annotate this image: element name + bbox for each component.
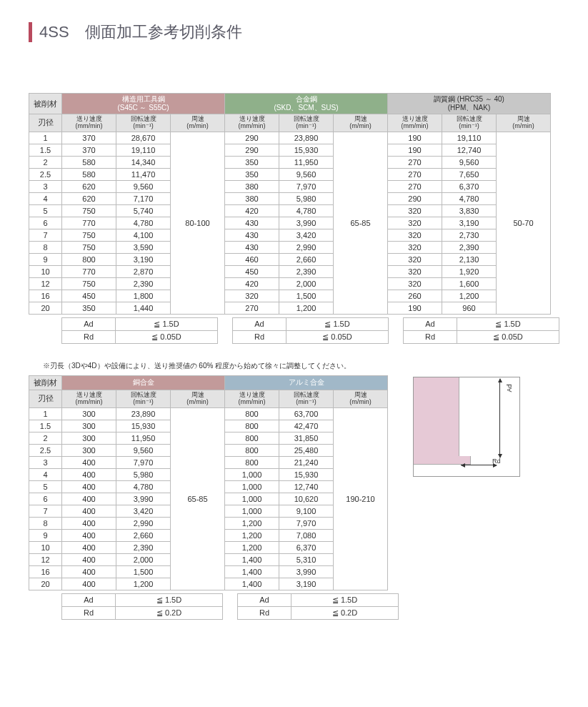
table-cell: 1,200: [442, 290, 497, 302]
diagram-label-rd: Rd: [492, 458, 501, 465]
table-cell: 400: [62, 505, 116, 517]
table-cell: 350: [225, 168, 279, 180]
table-cell: 260: [388, 290, 442, 302]
table-cell: 750: [62, 204, 116, 217]
limits-2a: Ad≦ 1.5D Rd≦ 0.2D: [61, 593, 223, 620]
table-cell: 770: [62, 265, 116, 277]
lbl-rd: Rd: [233, 330, 286, 343]
table-cell: 63,700: [279, 407, 334, 420]
table-cell: 12: [29, 277, 62, 290]
table-cell: 1,000: [225, 493, 279, 505]
table-cell: 350: [62, 302, 116, 314]
table-cell: 400: [62, 553, 116, 565]
table-cell: 800: [225, 444, 279, 456]
table-cell: 1,200: [225, 541, 279, 553]
table-cell: 750: [62, 277, 116, 290]
table-row: 67704,7804303,9903203,190: [29, 217, 551, 229]
table-cell: 15,930: [279, 468, 334, 480]
table-cell: 16: [29, 290, 62, 302]
grp1-1: 合金鋼(SKD、SCM、SUS): [225, 94, 388, 114]
table-cell: 9: [29, 529, 62, 541]
table-cell: 3,990: [279, 217, 334, 229]
lbl-ad: Ad: [62, 593, 116, 606]
table-cell: 2,390: [116, 277, 171, 290]
table-cell: 320: [388, 277, 442, 290]
table-cell: 320: [388, 229, 442, 241]
hdr-feed-c: 送り速度(mm/min): [388, 114, 442, 132]
table-cell: 320: [388, 217, 442, 229]
table-cell: 11,470: [116, 168, 171, 180]
table-cell: 50-70: [497, 132, 551, 314]
table-cell: 2,390: [442, 241, 497, 253]
table-cell: 7,970: [116, 456, 171, 468]
hdr-speed-2a: 周速(m/min): [171, 390, 225, 407]
table-cell: 1,200: [279, 302, 334, 314]
table-cell: 400: [62, 578, 116, 590]
table-row: 36209,5603807,9702706,370: [29, 180, 551, 192]
lbl-rd: Rd: [238, 606, 291, 619]
table-cell: 23,890: [116, 407, 171, 420]
table-cell: 800: [225, 432, 279, 444]
hdr-feed-a: 送り速度(mm/min): [62, 114, 116, 132]
table-cell: 2: [29, 156, 62, 168]
hdr-speed-b: 周速(m/min): [334, 114, 388, 132]
val-ad-1a: ≦ 1.5D: [116, 317, 218, 330]
table-cell: 2,390: [116, 541, 171, 553]
table-cell: 7,080: [279, 529, 334, 541]
table-cell: 400: [62, 480, 116, 493]
val-rd-1c: ≦ 0.05D: [457, 330, 559, 343]
table-row: 57505,7404204,7803203,830: [29, 204, 551, 217]
table-cell: 320: [388, 265, 442, 277]
table-cell: 2,660: [116, 529, 171, 541]
table-cell: 2: [29, 432, 62, 444]
table-cell: 19,110: [442, 132, 497, 144]
val-rd-1a: ≦ 0.05D: [116, 330, 218, 343]
table-cell: 1,000: [225, 468, 279, 480]
table-cell: 16: [29, 565, 62, 578]
ad-rd-diagram: Ad Rd: [413, 377, 520, 477]
lbl-ad: Ad: [62, 317, 116, 330]
table-cell: 4,100: [116, 229, 171, 241]
table-cell: 3,190: [442, 217, 497, 229]
grp2-1: アルミ合金: [225, 375, 388, 390]
table-cell: 270: [388, 168, 442, 180]
table-cell: 23,890: [279, 132, 334, 144]
table-cell: 1,800: [116, 290, 171, 302]
table-cell: 400: [62, 565, 116, 578]
table-cell: 620: [62, 180, 116, 192]
page-title-wrap: 4SS 側面加工参考切削条件: [29, 21, 559, 43]
table-cell: 2,990: [116, 517, 171, 529]
table-cell: 10: [29, 265, 62, 277]
accent-bar: [29, 22, 32, 42]
table-cell: 7,970: [279, 180, 334, 192]
table-cell: 800: [62, 253, 116, 265]
page-title: 4SS 側面加工参考切削条件: [39, 21, 242, 43]
table-cell: 7,650: [442, 168, 497, 180]
table-cell: 1,400: [225, 553, 279, 565]
table-row: 137028,67080-10029023,89065-8519019,1105…: [29, 132, 551, 144]
table-cell: 8: [29, 241, 62, 253]
table-row: 77504,1004303,4203202,730: [29, 229, 551, 241]
hdr-speed-c: 周速(m/min): [497, 114, 551, 132]
table-cell: 20: [29, 302, 62, 314]
table-cell: 20: [29, 578, 62, 590]
table-cell: 3: [29, 180, 62, 192]
table-cell: 450: [225, 265, 279, 277]
table-cell: 7,170: [116, 192, 171, 204]
table-cell: 1,500: [279, 290, 334, 302]
table-cell: 2,870: [116, 265, 171, 277]
table-cell: 320: [388, 204, 442, 217]
grp1-2: 調質鋼 (HRC35 ～ 40)(HPM、NAK): [388, 94, 551, 114]
cutting-table-2: 被削材 銅合金 アルミ合金 刃径 送り速度(mm/min) 回転速度(min⁻¹…: [29, 375, 388, 590]
table-cell: 1,000: [225, 505, 279, 517]
table-cell: 9,560: [116, 180, 171, 192]
table-row: 258014,34035011,9502709,560: [29, 156, 551, 168]
diagram-tool: [414, 377, 459, 460]
table-cell: 190-210: [334, 407, 388, 590]
table-cell: 580: [62, 168, 116, 180]
table-cell: 190: [388, 132, 442, 144]
table-cell: 460: [225, 253, 279, 265]
val-ad-2b: ≦ 1.5D: [291, 593, 399, 606]
table-cell: 960: [442, 302, 497, 314]
table-cell: 12: [29, 553, 62, 565]
